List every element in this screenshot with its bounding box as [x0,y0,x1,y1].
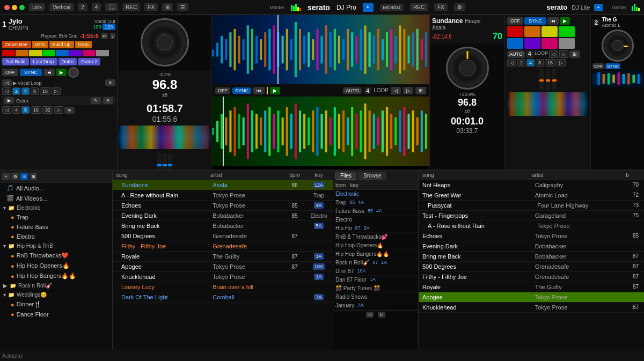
play-btn[interactable]: ▶ [56,69,67,76]
sync-btn[interactable]: SYNC [20,69,42,76]
deck2-lp-next[interactable]: ▷ [557,59,566,67]
mid-row-hiphop[interactable]: Hip Ho 87 5A [333,224,418,233]
menu-button[interactable]: ☰ [177,3,188,11]
browse-btn[interactable]: Browse [358,172,386,180]
deck2-lp8[interactable]: 8 [536,59,544,67]
cue-outro2[interactable]: Outro 2 [78,58,100,65]
loop-4b[interactable]: 4 [12,106,20,114]
rec-button-left[interactable]: REC [122,3,140,11]
right-row-500-2[interactable]: 500 Degrees Grenadesafe 87 [419,262,644,272]
files-btn[interactable]: Files [335,172,356,180]
cue-buildup[interactable]: Build Up [49,41,74,48]
right-row-bring2[interactable]: Bring me Back Bobabacker 87 [419,252,644,262]
deck1-repeat-btn[interactable]: ↩ [101,33,108,39]
track-row-royale[interactable]: Royale The Guilty 87 1A [113,252,333,262]
fx-button-left[interactable]: FX [144,3,158,11]
mid-row-rnb[interactable]: RnB & Throwbacks💕 [333,233,418,241]
sidebar-item-all-videos[interactable]: 🎬 All Videos... [0,193,112,203]
right-row-filthy2[interactable]: Filthy - Filthy Joe Grenadesafe 87 [419,272,644,282]
deck2-eq-h[interactable] [539,69,544,90]
mid-row-rock[interactable]: Rock n Roll🎸 87 1A [333,259,418,267]
sidebar-item-rnb[interactable]: ● RnB Throwbacks❤️ [0,251,112,261]
mid-row-trap[interactable]: Trap 85 4A [333,198,418,207]
mid-row-radio[interactable]: Radio Shows [333,293,418,301]
right-row-echoes2[interactable]: Echoes Tokyo Prose 85 [419,231,644,241]
deck2-off-btn2[interactable]: OFF [507,17,523,25]
deck2-auto2[interactable]: AUTO [507,50,525,58]
deck2-lp1[interactable]: ◁ [507,59,516,67]
right-row-rose2[interactable]: A - Rose without Rain Tokyo Prose [419,221,644,231]
loop-4[interactable]: 4 [21,87,30,95]
loop-prev2[interactable]: ◁ [2,106,11,114]
right-row-evening2[interactable]: Evening Dark Bobabacker [419,241,644,252]
deck2-prev[interactable]: ⏮ [253,87,265,94]
sidebar-item-hip-hop-bangers[interactable]: ● Hip Hop Bangers🔥🔥 [0,271,112,281]
deck2-off-btn[interactable]: OFF [215,87,230,94]
loop-8[interactable]: 8 [31,87,39,95]
loop-expand-btn[interactable]: ⊞ [415,87,426,94]
sidebar-item-all-audio[interactable]: 🎵 All Audio... [0,183,112,193]
mid-row-electronic[interactable]: Electronic [333,190,418,198]
deck3-platter[interactable] [602,30,634,62]
deck1-platter[interactable] [141,18,189,67]
deck2-pad-3[interactable] [541,26,558,37]
track-row-bring[interactable]: Bring me Back Bobabacker 5A [113,221,333,231]
mid-row-electro[interactable]: Electro [333,216,418,224]
color-btn-8[interactable] [96,50,109,56]
eq-low[interactable] [168,153,172,170]
add-crate-btn[interactable]: + [2,173,10,180]
mid-scroll-right[interactable]: ▷ [378,312,385,318]
mid-scroll-left[interactable]: ◁ [366,312,374,318]
track-row-echoes[interactable]: Echoes Tokyo Prose 85 4A [113,201,333,211]
loop-16[interactable]: 16 [40,87,50,95]
mid-row-openers[interactable]: Hip Hop Openers🔥 [333,241,418,250]
deck2-pad-2[interactable] [524,26,540,37]
loop-32[interactable]: 32 [42,106,53,114]
loop-2[interactable]: 2 [12,87,20,95]
mid-row-dancefloor[interactable]: Dan 87 Floor 1A [333,276,418,284]
cue-down[interactable]: Down Bee [2,41,31,48]
deck2-pad-5[interactable] [507,38,523,49]
outro-channel-btn[interactable]: ▶ [4,97,14,104]
deck2-play[interactable]: ▶ [270,87,280,94]
cue-drop[interactable]: Drop [75,41,92,48]
track-row-apogee[interactable]: Apogee Tokyo Prose 87 10A [113,262,333,272]
jog-wheel-small[interactable] [68,67,79,78]
deck2-pad-8[interactable] [559,38,575,49]
loop-back-btn[interactable]: ◁ [2,79,12,86]
deck2-auto-btn[interactable]: AUTO [343,87,362,94]
add-smartcrate-btn[interactable]: ⚙ [11,173,19,180]
deck2-prev2[interactable]: ⏮ [547,17,559,25]
deck2-sync-btn[interactable]: SYNC [232,87,251,94]
loop-next2[interactable]: ▷ [54,106,63,114]
mid-row-party[interactable]: 🎊 Party Tunes 🎊 [333,284,418,293]
color-btn-1[interactable] [2,50,15,56]
deck2-loop-prev[interactable]: ◁ [549,50,558,58]
deck2-lp4[interactable]: 4 [526,59,535,67]
deck3-off[interactable]: OFF [592,63,604,69]
color-btn-5[interactable] [56,50,69,56]
track-row-filthy[interactable]: Filthy - Filthy Joe Grenadesafe [113,241,333,252]
color-btn-7[interactable] [83,50,96,56]
eq-high[interactable] [157,153,162,170]
settings-button[interactable]: ⚙ [454,3,465,11]
sidebar-cat-hiphop[interactable]: ▾ 📁 Hip Hop & RnB [0,241,112,251]
headphone-button[interactable]: 🎧 [105,3,118,11]
color-btn-2[interactable] [16,50,28,56]
close-button[interactable] [4,5,10,10]
deck3-sync[interactable]: SYNC [605,63,620,69]
track-row-rose[interactable]: A - Rose without Rain Tokyo Prose Trap [113,190,333,201]
deck2-play2[interactable]: ▶ [560,17,570,25]
track-row-knucklehead[interactable]: Knucklehead Tokyo Prose 1A [113,272,333,282]
mid-row-futurebass[interactable]: Future Bass 85 4A [333,207,418,216]
loop-16b[interactable]: 16 [31,106,41,114]
deck2-eq-l[interactable] [552,69,557,90]
rec-button-center[interactable]: REC [410,3,428,11]
loop-8b[interactable]: 8 [21,106,30,114]
deck2-loop-next[interactable]: ▷ [559,50,568,58]
color-btn-6[interactable] [69,50,82,56]
cue-last-drop[interactable]: Last Drop [30,58,57,65]
prev-track-btn[interactable]: ⏮ [43,69,55,76]
mid-row-dinner[interactable]: Dinn 87 10A [333,267,418,276]
deck2-platter[interactable] [446,47,489,90]
